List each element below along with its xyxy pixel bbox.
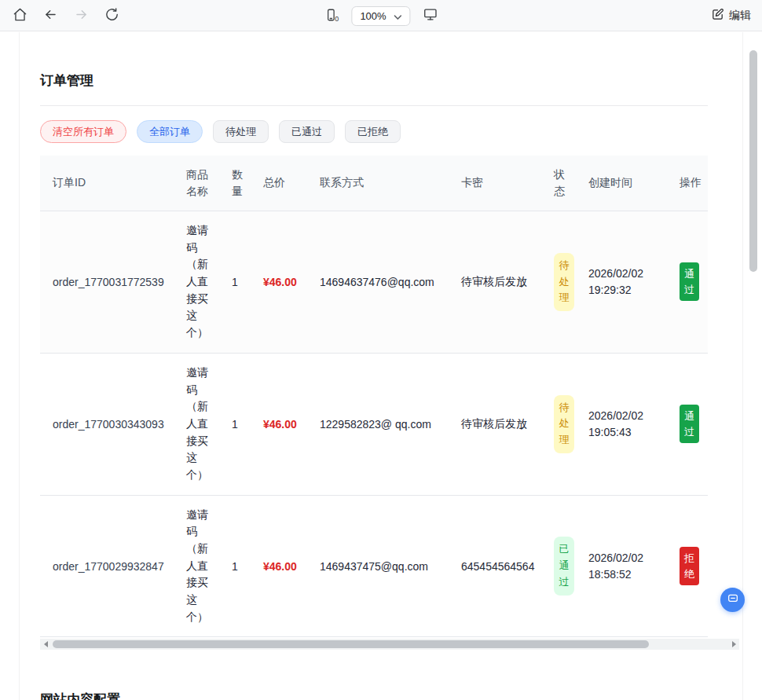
col-card: 卡密 [455,156,548,211]
scroll-right-arrow[interactable] [728,639,739,650]
back-arrow-icon [43,7,58,24]
filter-all-orders[interactable]: 全部订单 [137,120,203,143]
status-badge: 待处理 [554,253,574,311]
action-cell: 通过 [673,211,708,354]
contact: 1469437475@qq.com [313,495,455,637]
zoom-select[interactable]: 100% [351,6,410,26]
approve-button[interactable]: 通过 [680,405,699,443]
horizontal-scrollbar[interactable] [40,639,739,650]
product-name: 邀请码（新人直接买这个） [180,495,225,637]
browser-toolbar: 0 100% 编辑 [0,0,762,31]
refresh-button[interactable] [103,5,121,26]
status-badge: 已通过 [554,537,574,595]
mobile-preview-button[interactable]: 0 [322,6,340,26]
status-cell: 待处理 [548,211,582,354]
edit-label: 编辑 [729,9,751,23]
preview-panel: 订单管理 清空所有订单 全部订单 待处理 已通过 已拒绝 订单ID 商品名称 数… [19,32,743,700]
scroll-left-arrow[interactable] [40,639,51,650]
quantity: 1 [225,353,257,495]
reject-button[interactable]: 拒绝 [680,547,699,585]
order-id: order_1770031772539 [40,211,180,354]
preview-controls: 0 100% [322,0,439,31]
order-filters: 清空所有订单 全部订单 待处理 已通过 已拒绝 [40,120,738,143]
home-icon [13,7,27,24]
col-status: 状态 [548,156,582,211]
table-row: order_1770031772539 邀请码（新人直接买这个） 1 ¥46.0… [40,211,708,354]
edit-pencil-icon [711,8,724,24]
card-secret: 645454564564 [455,495,548,637]
orders-table-wrap: 订单ID 商品名称 数量 总价 联系方式 卡密 状态 创建时间 操作 order… [40,156,708,637]
home-button[interactable] [11,5,29,26]
clear-all-orders-button[interactable]: 清空所有订单 [40,120,126,143]
zoom-value: 100% [360,10,386,22]
col-order-id: 订单ID [40,156,180,211]
card-secret: 待审核后发放 [455,211,548,354]
quantity: 1 [225,211,257,354]
refresh-icon [104,7,119,24]
forward-arrow-icon [74,7,89,24]
forward-button[interactable] [72,5,90,26]
orders-title: 订单管理 [40,71,708,106]
created-time: 2026/02/02 19:05:43 [582,353,673,495]
approve-button[interactable]: 通过 [680,262,699,301]
quantity: 1 [225,495,257,637]
table-row: order_1770030343093 邀请码（新人直接买这个） 1 ¥46.0… [40,353,708,495]
col-action: 操作 [673,156,708,211]
vertical-scrollbar-thumb[interactable] [749,50,757,272]
desktop-preview-button[interactable] [422,5,440,26]
action-cell: 通过 [673,353,708,495]
total-price: ¥46.00 [257,495,313,637]
table-header-row: 订单ID 商品名称 数量 总价 联系方式 卡密 状态 创建时间 操作 [40,156,708,211]
filter-rejected[interactable]: 已拒绝 [345,120,401,143]
status-cell: 已通过 [548,495,582,637]
desktop-preview-icon [423,7,438,24]
product-name: 邀请码（新人直接买这个） [180,353,225,495]
site-config-title: 网站内容配置 [40,691,708,700]
col-product: 商品名称 [180,156,225,211]
back-button[interactable] [42,5,60,26]
col-quantity: 数量 [225,156,257,211]
total-price: ¥46.00 [257,353,313,495]
created-time: 2026/02/02 19:29:32 [582,211,673,354]
edit-button[interactable]: 编辑 [711,8,751,24]
device-badge: 0 [335,15,339,23]
order-id: order_1770029932847 [40,495,180,637]
card-secret: 待审核后发放 [455,353,548,495]
chat-fab-button[interactable] [720,588,745,612]
total-price: ¥46.00 [257,211,313,354]
col-created: 创建时间 [582,156,673,211]
vertical-scrollbar[interactable] [749,35,757,700]
chat-bubble-icon [727,592,739,607]
chevron-down-icon [394,10,402,22]
contact: 1229582823@ qq.com [313,353,455,495]
created-time: 2026/02/02 18:58:52 [582,495,673,637]
col-contact: 联系方式 [313,156,455,211]
orders-table: 订单ID 商品名称 数量 总价 联系方式 卡密 状态 创建时间 操作 order… [40,156,708,637]
filter-approved[interactable]: 已通过 [279,120,335,143]
filter-pending[interactable]: 待处理 [213,120,269,143]
status-badge: 待处理 [554,395,574,453]
scrollbar-track[interactable] [51,639,728,650]
scrollbar-thumb[interactable] [53,640,649,648]
table-row: order_1770029932847 邀请码（新人直接买这个） 1 ¥46.0… [40,495,708,637]
action-cell: 拒绝 [673,495,708,637]
contact: 14694637476@qq.com [313,211,455,354]
product-name: 邀请码（新人直接买这个） [180,211,225,354]
status-cell: 待处理 [548,353,582,495]
order-id: order_1770030343093 [40,353,180,495]
col-price: 总价 [257,156,313,211]
